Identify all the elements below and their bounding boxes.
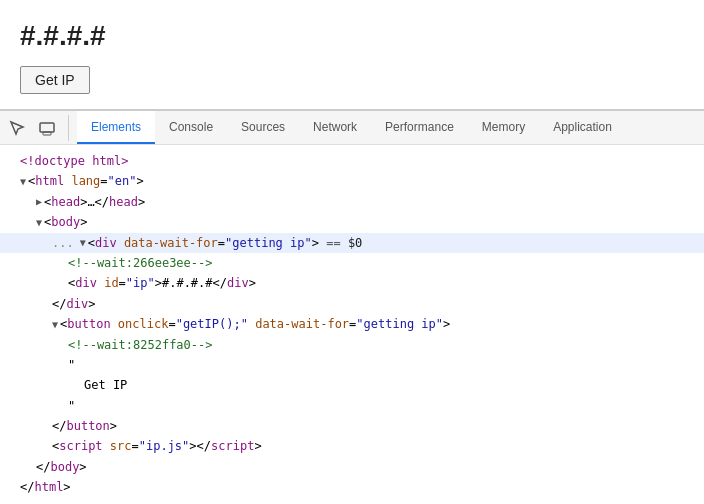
doctype-line: <!doctype html>: [0, 151, 704, 171]
button-close-line: </button>: [0, 416, 704, 436]
html-open-line[interactable]: <html lang="en">: [0, 171, 704, 191]
page-content: #.#.#.# Get IP: [0, 0, 704, 110]
devtools-tabs: Elements Console Sources Network Perform…: [77, 111, 626, 144]
svg-rect-1: [43, 132, 51, 135]
html-triangle[interactable]: [20, 173, 26, 190]
div-close-line: </div>: [0, 294, 704, 314]
svg-rect-0: [40, 123, 54, 132]
button-open-line[interactable]: <button onclick="getIP();" data-wait-for…: [0, 314, 704, 334]
head-triangle[interactable]: [36, 193, 42, 210]
devtools-panel: Elements Console Sources Network Perform…: [0, 110, 704, 504]
elements-panel: <!doctype html> <html lang="en"> <head>……: [0, 145, 704, 504]
div-wait-line[interactable]: ... <div data-wait-for="getting ip"> == …: [0, 233, 704, 253]
toolbar-icons: [4, 115, 69, 141]
tab-performance[interactable]: Performance: [371, 111, 468, 144]
tab-sources[interactable]: Sources: [227, 111, 299, 144]
ip-display: #.#.#.#: [20, 20, 684, 52]
inspect-element-button[interactable]: [4, 115, 30, 141]
quote1-line: ": [0, 355, 704, 375]
script-line[interactable]: <script src="ip.js"></script>: [0, 436, 704, 456]
dots: ...: [52, 233, 74, 253]
get-ip-text-line: Get IP: [0, 375, 704, 395]
device-toolbar-button[interactable]: [34, 115, 60, 141]
html-close-line: </html>: [0, 477, 704, 497]
body-triangle[interactable]: [36, 214, 42, 231]
body-open-line[interactable]: <body>: [0, 212, 704, 232]
tab-memory[interactable]: Memory: [468, 111, 539, 144]
tab-console[interactable]: Console: [155, 111, 227, 144]
tab-application[interactable]: Application: [539, 111, 626, 144]
comment2-line: <!--wait:8252ffa0-->: [0, 335, 704, 355]
div-triangle[interactable]: [80, 234, 86, 251]
get-ip-button[interactable]: Get IP: [20, 66, 90, 94]
button-triangle[interactable]: [52, 316, 58, 333]
quote2-line: ": [0, 396, 704, 416]
tab-elements[interactable]: Elements: [77, 111, 155, 144]
body-close-line: </body>: [0, 457, 704, 477]
tab-network[interactable]: Network: [299, 111, 371, 144]
devtools-toolbar: Elements Console Sources Network Perform…: [0, 111, 704, 145]
div-ip-line[interactable]: <div id="ip">#.#.#.#</div>: [0, 273, 704, 293]
head-line[interactable]: <head>…</head>: [0, 192, 704, 212]
comment1-line: <!--wait:266ee3ee-->: [0, 253, 704, 273]
